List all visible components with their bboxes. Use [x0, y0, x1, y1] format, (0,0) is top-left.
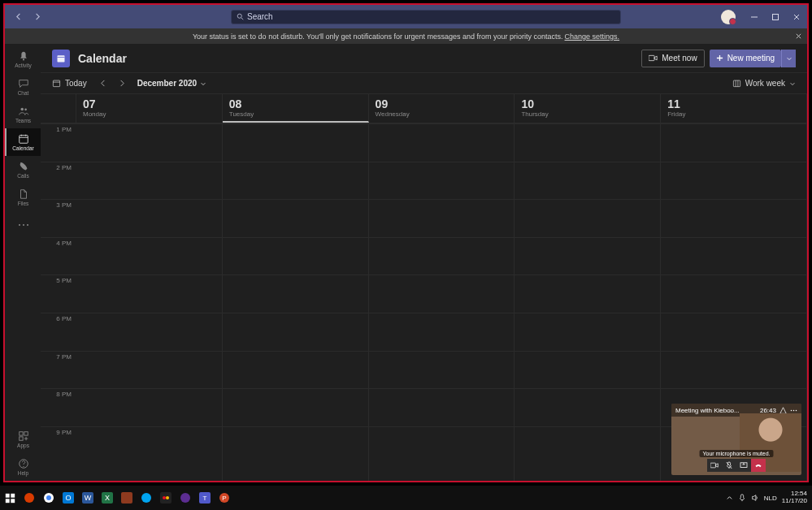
time-slot[interactable]	[661, 199, 806, 237]
day-column[interactable]	[76, 123, 223, 481]
rail-item-teams[interactable]: Teams	[5, 101, 41, 128]
close-button[interactable]	[786, 5, 807, 28]
rail-item-help[interactable]: Help	[5, 453, 41, 481]
time-slot[interactable]	[661, 123, 806, 162]
volume-tray-icon[interactable]	[751, 494, 759, 502]
time-slot[interactable]	[661, 237, 806, 275]
time-slot[interactable]	[515, 237, 660, 275]
floating-meeting-window[interactable]: Meeting with Kieboo... 26:43 Your microp…	[671, 404, 801, 475]
view-switcher[interactable]: Work week	[732, 79, 796, 88]
time-slot[interactable]	[223, 199, 368, 237]
rail-item-activity[interactable]: Activity	[5, 45, 41, 73]
day-header[interactable]: 07Monday	[76, 94, 223, 123]
new-meeting-dropdown[interactable]	[781, 50, 796, 67]
next-week-button[interactable]	[113, 75, 131, 93]
time-slot[interactable]	[223, 123, 368, 162]
tray-chevron-icon[interactable]	[726, 495, 733, 502]
time-slot[interactable]	[223, 274, 368, 313]
search-input[interactable]: Search	[231, 10, 621, 24]
time-slot[interactable]	[369, 351, 515, 389]
prev-week-button[interactable]	[95, 75, 113, 93]
banner-close-button[interactable]	[795, 32, 802, 40]
taskbar-app[interactable]	[137, 486, 156, 510]
time-slot[interactable]	[369, 388, 515, 426]
time-slot[interactable]	[515, 162, 660, 200]
day-header[interactable]: 11Friday	[661, 94, 807, 123]
time-slot[interactable]	[661, 162, 806, 200]
time-slot[interactable]	[223, 388, 368, 426]
taskbar-word[interactable]: W	[78, 486, 98, 510]
time-slot[interactable]	[223, 351, 368, 389]
taskbar-app[interactable]	[20, 486, 39, 510]
time-slot[interactable]	[223, 426, 368, 465]
meet-now-button[interactable]: Meet now	[641, 50, 704, 67]
hangup-button[interactable]	[751, 459, 766, 472]
time-slot[interactable]	[76, 426, 222, 465]
start-button[interactable]	[0, 486, 20, 510]
month-picker[interactable]: December 2020	[137, 79, 206, 88]
system-clock[interactable]: 12:54 11/17/20	[782, 491, 807, 505]
day-column[interactable]	[223, 123, 369, 481]
taskbar-powerpoint[interactable]: P	[215, 486, 234, 510]
time-slot[interactable]	[223, 313, 368, 351]
rail-item-calendar[interactable]: Calendar	[5, 128, 41, 156]
time-slot[interactable]	[369, 162, 515, 200]
day-header[interactable]: 08Tuesday	[223, 94, 369, 123]
time-slot[interactable]	[661, 351, 806, 389]
time-slot[interactable]	[369, 237, 515, 275]
back-button[interactable]	[11, 10, 26, 24]
time-slot[interactable]	[76, 388, 222, 426]
time-slot[interactable]	[76, 123, 222, 162]
time-slot[interactable]	[76, 351, 222, 389]
today-button[interactable]: Today	[52, 79, 87, 88]
time-slot[interactable]	[76, 199, 222, 237]
time-slot[interactable]	[76, 237, 222, 275]
time-slot[interactable]	[515, 313, 660, 351]
time-slot[interactable]	[515, 388, 660, 426]
time-slot[interactable]	[76, 274, 222, 313]
day-column[interactable]	[515, 123, 661, 481]
share-button[interactable]	[736, 459, 751, 472]
day-header[interactable]: 10Thursday	[515, 94, 661, 123]
time-slot[interactable]	[76, 313, 222, 351]
rail-item-apps[interactable]: Apps	[5, 426, 41, 453]
rail-item-chat[interactable]: Chat	[5, 73, 41, 101]
rail-item-files[interactable]: Files	[5, 184, 41, 211]
input-language[interactable]: NLD	[764, 495, 777, 502]
time-slot[interactable]	[661, 313, 806, 351]
new-meeting-button[interactable]: New meeting	[710, 50, 781, 67]
taskbar-app[interactable]	[156, 486, 176, 510]
taskbar-excel[interactable]: X	[98, 486, 117, 510]
time-slot[interactable]	[223, 237, 368, 275]
minimize-button[interactable]	[744, 5, 765, 28]
more-icon[interactable]	[790, 409, 797, 412]
time-slot[interactable]	[369, 426, 515, 465]
time-slot[interactable]	[515, 199, 660, 237]
taskbar-chrome[interactable]	[39, 486, 59, 510]
time-slot[interactable]	[515, 123, 660, 162]
banner-link[interactable]: Change settings.	[565, 32, 620, 41]
time-slot[interactable]	[76, 162, 222, 200]
taskbar-app[interactable]	[176, 486, 195, 510]
forward-button[interactable]	[29, 10, 44, 24]
time-slot[interactable]	[661, 274, 806, 313]
time-slot[interactable]	[369, 313, 515, 351]
time-slot[interactable]	[369, 199, 515, 237]
day-header[interactable]: 09Wednesday	[369, 94, 515, 123]
time-slot[interactable]	[515, 426, 660, 465]
time-slot[interactable]	[369, 274, 515, 313]
time-slot[interactable]	[515, 274, 660, 313]
camera-toggle-button[interactable]	[707, 459, 722, 472]
taskbar-teams[interactable]: T	[195, 486, 215, 510]
day-column[interactable]	[369, 123, 515, 481]
rail-item-more[interactable]	[5, 211, 41, 239]
time-slot[interactable]	[223, 162, 368, 200]
mic-toggle-button[interactable]	[722, 459, 736, 472]
taskbar-app[interactable]	[117, 486, 137, 510]
time-slot[interactable]	[369, 123, 515, 162]
maximize-button[interactable]	[765, 5, 786, 28]
taskbar-outlook[interactable]: O	[59, 486, 78, 510]
mic-tray-icon[interactable]	[738, 494, 746, 502]
rail-item-calls[interactable]: Calls	[5, 156, 41, 184]
time-slot[interactable]	[515, 351, 660, 389]
